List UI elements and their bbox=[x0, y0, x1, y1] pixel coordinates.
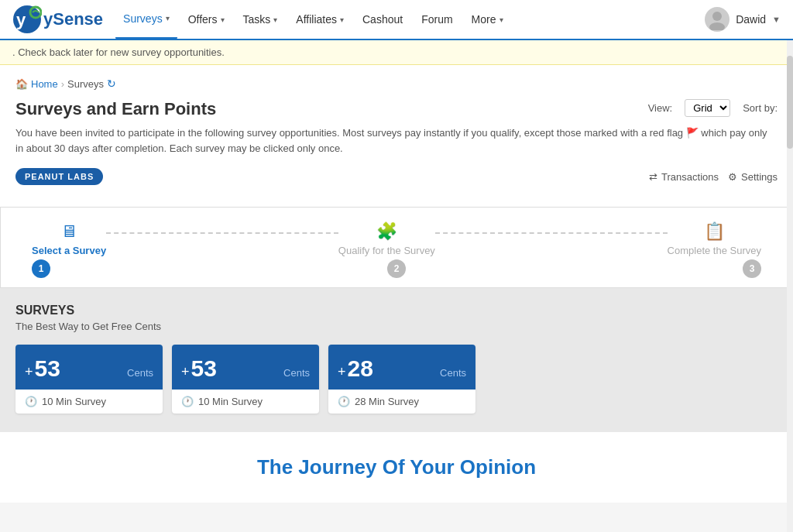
main-content: 🏠 Home › Surveys ↻ Surveys and Earn Poin… bbox=[0, 65, 793, 207]
nav-tasks[interactable]: Tasks ▾ bbox=[235, 0, 286, 39]
card-1-bottom: 🕐 10 Min Survey bbox=[15, 390, 163, 414]
card-3-clock-icon: 🕐 bbox=[338, 396, 350, 407]
brand-logo[interactable]: y ySense bbox=[12, 5, 103, 34]
steps-numbers-row: 1 2 3 bbox=[32, 256, 761, 278]
card-1-duration: 10 Min Survey bbox=[42, 396, 106, 407]
step3-icon: 📋 bbox=[704, 221, 725, 242]
settings-icon: ⚙ bbox=[728, 171, 737, 183]
card-2-prefix: + bbox=[181, 364, 190, 379]
svg-point-4 bbox=[709, 22, 725, 30]
nav-affiliates[interactable]: Affiliates ▾ bbox=[288, 0, 352, 39]
avatar bbox=[705, 7, 729, 32]
card-1-top: +53 Cents bbox=[15, 345, 163, 390]
peanut-labs-badge: PEANUT LABS bbox=[15, 168, 103, 185]
num-3: 3 bbox=[743, 259, 761, 278]
num-2: 2 bbox=[387, 259, 406, 278]
card-1-points: 53 bbox=[35, 355, 60, 381]
surveys-section-title: SURVEYS bbox=[15, 304, 778, 317]
nav-forum[interactable]: Forum bbox=[414, 0, 460, 39]
scrollbar[interactable] bbox=[787, 40, 793, 503]
card-2-points: 53 bbox=[191, 355, 217, 381]
survey-card-2[interactable]: +53 Cents 🕐 10 Min Survey bbox=[172, 345, 319, 414]
journey-section: The Journey Of Your Opinion bbox=[0, 432, 793, 503]
view-select[interactable]: Grid List bbox=[685, 99, 730, 117]
step1-label: Select a Survey bbox=[32, 245, 106, 256]
nav-more[interactable]: More ▾ bbox=[464, 0, 511, 39]
home-icon: 🏠 bbox=[15, 78, 28, 90]
nav-cashout[interactable]: Cashout bbox=[355, 0, 410, 39]
provider-header: PEANUT LABS ⇄ Transactions ⚙ Settings bbox=[15, 168, 778, 185]
step1-icon: 🖥 bbox=[60, 221, 77, 242]
user-menu[interactable]: Dawid ▼ bbox=[705, 7, 781, 32]
surveys-caret: ▾ bbox=[166, 14, 170, 22]
red-flag-icon: 🚩 bbox=[686, 127, 699, 139]
more-caret: ▾ bbox=[499, 15, 503, 24]
nav-offers[interactable]: Offers ▾ bbox=[180, 0, 232, 39]
navbar: y ySense Surveys ▾ Offers ▾ Tasks ▾ Affi… bbox=[0, 0, 793, 40]
card-3-top: +28 Cents bbox=[328, 345, 475, 390]
svg-text:y: y bbox=[16, 10, 26, 29]
steps-icons-row: 🖥 Select a Survey 🧩 Qualify for the Surv… bbox=[32, 221, 761, 256]
sort-label: Sort by: bbox=[743, 102, 778, 114]
page-description: You have been invited to participate in … bbox=[15, 125, 778, 156]
breadcrumb-current: Surveys bbox=[67, 78, 104, 90]
brand-name: ySense bbox=[43, 9, 103, 29]
scrollbar-thumb[interactable] bbox=[787, 56, 793, 149]
num-1: 1 bbox=[32, 259, 50, 278]
page-header: Surveys and Earn Points View: Grid List … bbox=[15, 99, 778, 119]
breadcrumb-home[interactable]: Home bbox=[31, 78, 58, 90]
nav-menu: Surveys ▾ Offers ▾ Tasks ▾ Affiliates ▾ … bbox=[115, 0, 705, 39]
card-2-bottom: 🕐 10 Min Survey bbox=[172, 390, 319, 414]
card-1-points-block: +53 bbox=[25, 355, 60, 382]
svg-point-3 bbox=[712, 12, 722, 21]
tasks-caret: ▾ bbox=[273, 15, 277, 24]
user-caret: ▼ bbox=[772, 15, 781, 24]
connector-a bbox=[106, 232, 338, 234]
connector-b bbox=[435, 232, 668, 234]
page-title: Surveys and Earn Points bbox=[15, 99, 216, 119]
card-1-clock-icon: 🕐 bbox=[25, 396, 37, 407]
step2-icon: 🧩 bbox=[376, 221, 397, 242]
card-3-bottom: 🕐 28 Min Survey bbox=[328, 390, 475, 414]
info-banner: . Check back later for new survey opport… bbox=[0, 40, 793, 65]
card-3-points: 28 bbox=[348, 355, 373, 381]
card-2-duration: 10 Min Survey bbox=[198, 396, 263, 407]
view-sort-controls: View: Grid List Sort by: bbox=[648, 99, 778, 117]
card-3-duration: 28 Min Survey bbox=[355, 396, 419, 407]
transactions-icon: ⇄ bbox=[649, 171, 657, 183]
card-1-currency: Cents bbox=[127, 367, 153, 379]
journey-title: The Journey Of Your Opinion bbox=[15, 455, 778, 479]
card-2-top: +53 Cents bbox=[172, 345, 319, 390]
card-3-points-block: +28 bbox=[338, 355, 373, 382]
steps-clean: 🖥 Select a Survey 🧩 Qualify for the Surv… bbox=[0, 207, 793, 288]
settings-link[interactable]: ⚙ Settings bbox=[728, 171, 778, 183]
card-3-currency: Cents bbox=[440, 367, 466, 379]
nav-surveys[interactable]: Surveys ▾ bbox=[115, 0, 177, 39]
survey-card-1[interactable]: +53 Cents 🕐 10 Min Survey bbox=[15, 345, 163, 414]
card-2-clock-icon: 🕐 bbox=[181, 396, 194, 407]
survey-cards-grid: +53 Cents 🕐 10 Min Survey +53 Cents 🕐 10… bbox=[15, 345, 778, 414]
breadcrumb-separator: › bbox=[61, 78, 64, 90]
breadcrumb: 🏠 Home › Surveys ↻ bbox=[15, 77, 778, 90]
card-2-points-block: +53 bbox=[181, 355, 217, 382]
surveys-section-subtitle: The Best Way to Get Free Cents bbox=[15, 321, 778, 332]
view-label: View: bbox=[648, 102, 673, 114]
affiliates-caret: ▾ bbox=[340, 15, 344, 24]
card-2-currency: Cents bbox=[283, 367, 310, 379]
user-name[interactable]: Dawid bbox=[736, 13, 766, 26]
step-block-2: 🧩 Qualify for the Survey bbox=[338, 221, 435, 256]
provider-actions: ⇄ Transactions ⚙ Settings bbox=[649, 171, 778, 183]
step-block-1: 🖥 Select a Survey bbox=[32, 221, 106, 256]
card-1-prefix: + bbox=[25, 364, 33, 379]
step3-label: Complete the Survey bbox=[668, 245, 761, 256]
survey-card-3[interactable]: +28 Cents 🕐 28 Min Survey bbox=[328, 345, 475, 414]
step2-label: Qualify for the Survey bbox=[338, 245, 435, 256]
offers-caret: ▾ bbox=[221, 15, 225, 24]
card-3-prefix: + bbox=[338, 364, 346, 379]
step-block-3: 📋 Complete the Survey bbox=[668, 221, 761, 256]
refresh-icon[interactable]: ↻ bbox=[107, 77, 116, 90]
surveys-section: SURVEYS The Best Way to Get Free Cents +… bbox=[0, 288, 793, 432]
transactions-link[interactable]: ⇄ Transactions bbox=[649, 171, 719, 183]
